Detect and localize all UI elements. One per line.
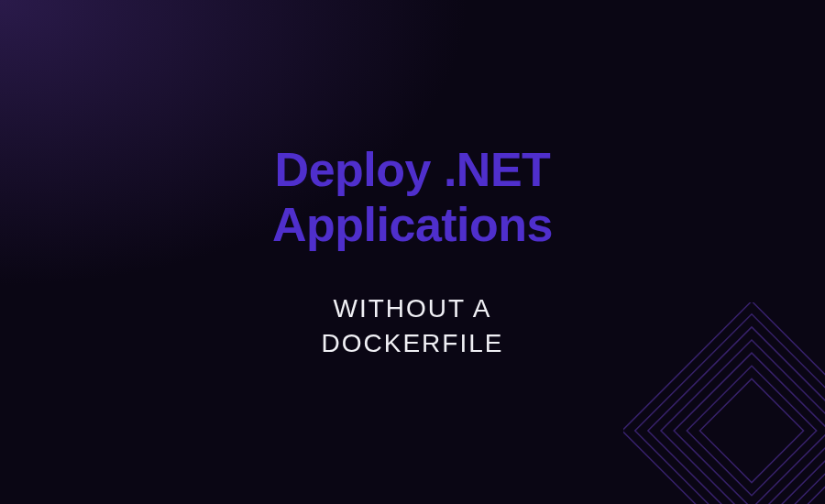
- svg-rect-2: [648, 327, 825, 504]
- title-line-2: Applications: [272, 198, 553, 251]
- svg-rect-0: [623, 302, 825, 504]
- title-line-1: Deploy .NET: [275, 143, 551, 196]
- svg-rect-1: [635, 314, 825, 504]
- svg-rect-6: [699, 378, 803, 482]
- subtitle: WITHOUT A DOCKERFILE: [272, 291, 553, 361]
- svg-rect-3: [661, 340, 825, 504]
- hero-content: Deploy .NET Applications WITHOUT A DOCKE…: [272, 143, 553, 360]
- svg-rect-4: [674, 353, 825, 504]
- geometric-decoration-icon: [623, 302, 825, 504]
- subtitle-line-1: WITHOUT A: [333, 294, 491, 323]
- main-title: Deploy .NET Applications: [272, 143, 553, 253]
- subtitle-line-2: DOCKERFILE: [322, 329, 504, 357]
